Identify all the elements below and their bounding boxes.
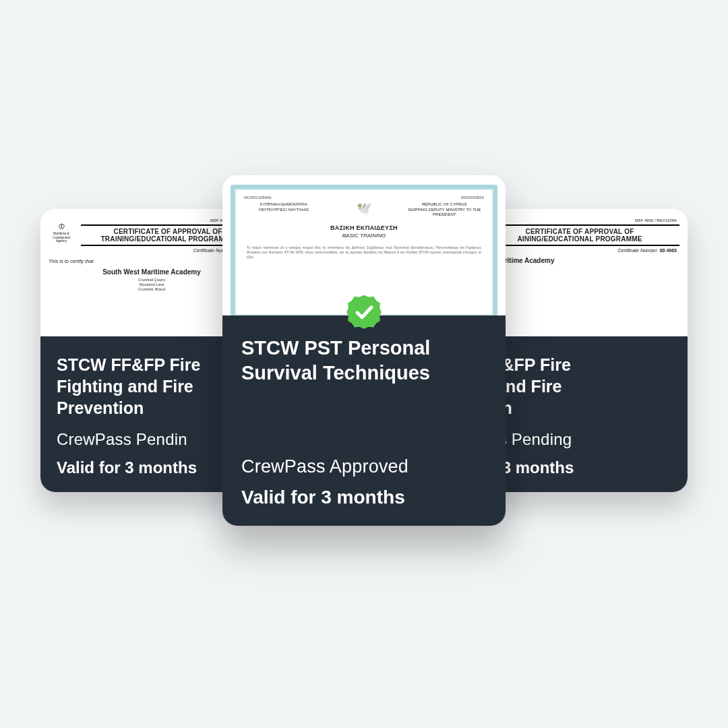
cert-body-text: Το παρόν πιστοποιεί ότι ο κάτοχος πληροί…	[240, 239, 488, 260]
title-line: g and Fire	[481, 375, 671, 397]
agency-crest: ♔ Maritime & Coastguard Agency	[49, 222, 74, 243]
issuer-english: PRESIDENT	[405, 212, 484, 218]
validity-label: Valid for 3 months	[241, 487, 487, 508]
issuer-greek: ΚΥΠΡΙΑΚΗ ΔΗΜΟΚΡΑΤΙΑ	[244, 202, 323, 208]
cert-title-english: BASIC TRAINING	[240, 231, 488, 239]
certificate-card-center[interactable]: MGR01108666 B000039820 ΚΥΠΡΙΑΚΗ ΔΗΜΟΚΡΑΤ…	[222, 175, 506, 526]
doc-code-right: B000039820	[461, 195, 484, 200]
svg-marker-0	[346, 295, 382, 329]
card-info: STCW PST Personal Survival Techniques Cr…	[222, 315, 506, 526]
course-title: FF&FP Fire g and Fire tion	[481, 354, 671, 419]
certificate-carousel: MSF 4902 / REV1109A ♔ Maritime & Coastgu…	[27, 175, 701, 553]
cert-number-label: Certificate Number	[617, 248, 657, 253]
doc-code-left: MGR01108666	[244, 195, 272, 200]
cert-title-greek: ΒΑΣΙΚΗ ΕΚΠΑΙΔΕΥΣΗ	[240, 218, 488, 231]
issuer-english: REPUBLIC OF CYPRUS	[405, 202, 484, 208]
course-title: STCW PST Personal Survival Techniques	[241, 336, 487, 386]
title-line: tion	[481, 397, 671, 419]
approved-check-icon	[346, 295, 382, 330]
approved-badge	[346, 295, 382, 330]
crown-icon: ♔	[58, 222, 65, 231]
cert-number: 00 4963	[660, 248, 677, 253]
issuer-greek: ΥΦΥΠΟΥΡΓΕΙΟ ΝΑΥΤΙΛΙΑΣ	[244, 208, 323, 213]
title-line: FF&FP Fire	[481, 354, 671, 375]
cert-heading-line2: AINING/EDUCATIONAL PROGRAMME	[480, 235, 679, 243]
issuer-english: SHIPPING DEPUTY MINISTRY TO THE	[405, 208, 484, 213]
status-label: ass Pending	[481, 430, 671, 449]
course-title: STCW FF&FP Fire Fighting and Fire Preven…	[57, 354, 247, 419]
agency-label: Agency	[56, 239, 67, 243]
status-label: CrewPass Pendin	[57, 430, 247, 449]
cert-heading-line1: CERTIFICATE OF APPROVAL OF	[480, 228, 679, 235]
validity-label: Valid for 3 months	[57, 458, 247, 477]
status-label: CrewPass Approved	[241, 456, 487, 477]
validity-label: or 3 months	[481, 458, 671, 477]
coat-of-arms-icon: 🕊️	[357, 202, 371, 214]
